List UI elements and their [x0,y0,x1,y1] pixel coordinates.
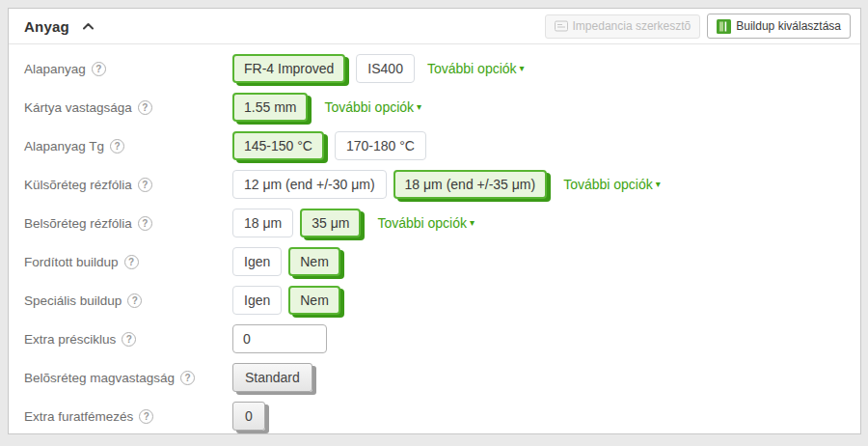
help-icon[interactable]: ? [139,409,153,424]
section-header: Anyag Impedancia szerkesztõ Buildup kivá… [9,9,860,44]
help-icon[interactable]: ? [138,216,152,231]
option-button[interactable]: 18 μm (end +/-35 μm) [393,170,548,199]
form-row: Speciális buildup?IgenNem [24,281,845,320]
field-label: Alapanyag [24,62,86,76]
help-icon[interactable]: ? [138,178,152,192]
option-button[interactable]: 12 μm (end +/-30 μm) [232,170,387,199]
field-label-group: Alapanyag? [24,62,232,76]
option-button[interactable]: Igen [232,247,282,276]
option-button[interactable]: IS400 [356,54,415,83]
field-label: Speciális buildup [24,293,122,308]
chevron-up-icon [82,19,95,34]
form-row: Alapanyag Tg?145-150 °C170-180 °C [24,126,845,165]
option-button[interactable]: 145-150 °C [232,131,324,160]
field-label-group: Belõsréteg magvastagság? [24,371,232,385]
form-row: Fordított buildup?IgenNem [24,242,845,281]
help-icon[interactable]: ? [110,139,124,153]
more-options-link[interactable]: További opciók▾ [324,99,421,115]
section-title: Anyag [24,18,69,35]
field-controls: 1.55 mmTovábbi opciók▾ [232,93,421,122]
field-controls [232,324,327,353]
help-icon[interactable]: ? [92,62,106,76]
field-label: Extra présciklus [24,332,116,347]
more-options-label: További opciók [324,99,414,115]
field-controls: 145-150 °C170-180 °C [232,131,426,160]
field-label-group: Speciális buildup? [24,293,232,308]
caret-down-icon: ▾ [656,180,661,189]
form-row: Belõsréteg magvastagság?Standard [24,358,845,397]
more-options-label: További opciók [563,177,653,192]
field-label: Extra furatfémezés [24,409,133,424]
more-options-link[interactable]: További opciók▾ [377,215,475,231]
caret-down-icon: ▾ [417,102,421,112]
form-rows: Alapanyag?FR-4 ImprovedIS400További opci… [9,44,860,435]
form-row: Extra présciklus? [24,320,845,358]
field-label: Kártya vastagsága [24,100,132,115]
buildup-select-button[interactable]: Buildup kiválasztása [707,14,851,39]
option-button[interactable]: 170-180 °C [335,131,426,160]
number-input[interactable] [232,324,327,353]
form-row: Külsõréteg rézfólia?12 μm (end +/-30 μm)… [24,165,845,204]
field-label: Alapanyag Tg [24,139,104,153]
field-label: Külsõréteg rézfólia [24,178,132,192]
help-icon[interactable]: ? [122,332,136,347]
caret-down-icon: ▾ [470,218,475,228]
help-icon[interactable]: ? [124,255,139,269]
more-options-label: További opciók [377,215,467,231]
field-label-group: Extra furatfémezés? [24,409,232,424]
help-icon[interactable]: ? [127,293,142,308]
field-label: Belsõréteg rézfólia [24,216,132,231]
more-options-label: További opciók [427,61,517,76]
field-controls: Standard [232,363,312,392]
option-button[interactable]: Igen [232,286,282,315]
impedance-editor-icon [555,20,568,32]
field-label-group: Kártya vastagsága? [24,100,232,115]
field-controls: 12 μm (end +/-30 μm)18 μm (end +/-35 μm)… [232,170,661,199]
form-row: Extra furatfémezés?0 [24,397,845,435]
buildup-layers-icon [717,19,731,34]
more-options-link[interactable]: További opciók▾ [563,177,661,192]
form-row: Alapanyag?FR-4 ImprovedIS400További opci… [24,49,845,88]
material-section-panel: Anyag Impedancia szerkesztõ Buildup kivá… [8,8,861,434]
help-icon[interactable]: ? [180,371,195,385]
collapse-section-button[interactable] [82,19,95,34]
option-button[interactable]: FR-4 Improved [232,54,345,83]
form-row: Belsõréteg rézfólia?18 μm35 μmTovábbi op… [24,204,845,242]
option-button[interactable]: Nem [288,247,340,276]
option-button[interactable]: 1.55 mm [232,93,308,122]
field-controls: IgenNem [232,247,344,276]
field-controls: 18 μm35 μmTovábbi opciók▾ [232,209,475,237]
field-controls: 0 [232,402,265,431]
field-label-group: Külsõréteg rézfólia? [24,178,232,192]
field-label: Belõsréteg magvastagság [24,371,175,385]
field-label-group: Alapanyag Tg? [24,139,232,153]
option-button[interactable]: 35 μm [300,209,361,237]
value-button[interactable]: 0 [232,402,265,431]
field-label-group: Extra présciklus? [24,332,232,347]
help-icon[interactable]: ? [138,100,152,115]
option-button[interactable]: 18 μm [232,209,293,237]
option-button[interactable]: Nem [288,286,340,315]
form-row: Kártya vastagsága?1.55 mmTovábbi opciók▾ [24,88,845,126]
field-controls: IgenNem [232,286,344,315]
field-label-group: Belsõréteg rézfólia? [24,216,232,231]
field-label: Fordított buildup [24,255,119,269]
caret-down-icon: ▾ [520,64,525,73]
field-controls: FR-4 ImprovedIS400További opciók▾ [232,54,525,83]
value-button[interactable]: Standard [232,363,312,392]
more-options-link[interactable]: További opciók▾ [427,61,525,76]
impedance-editor-button[interactable]: Impedancia szerkesztõ [545,14,701,39]
field-label-group: Fordított buildup? [24,255,232,269]
